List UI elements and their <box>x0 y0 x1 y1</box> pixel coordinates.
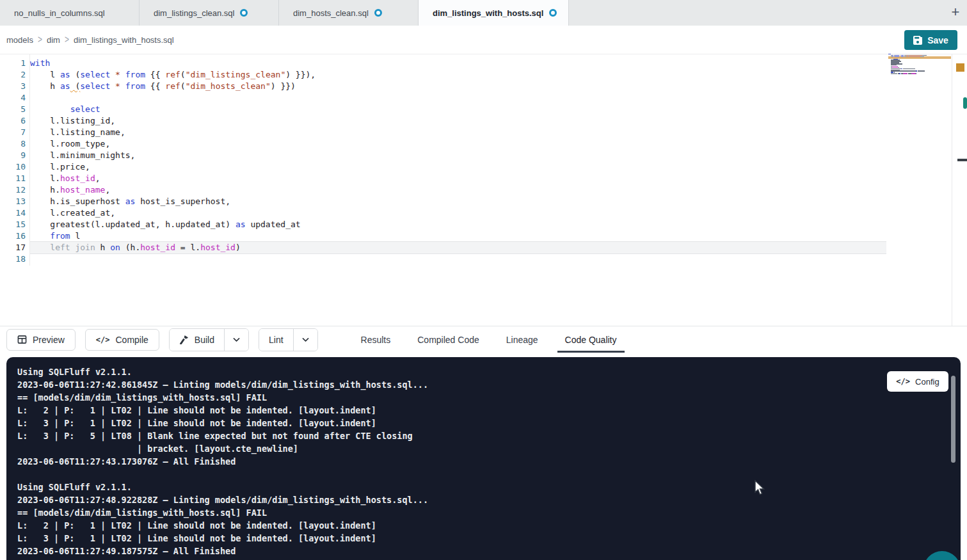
line-number: 17 <box>0 242 26 253</box>
breadcrumb: models>dim>dim_listings_with_hosts.sql <box>6 26 174 54</box>
code-line[interactable]: from l <box>30 230 886 242</box>
code-line[interactable]: l as (select * from {{ ref("dim_listings… <box>30 69 886 81</box>
build-label: Build <box>195 335 214 345</box>
config-label: Config <box>915 377 939 387</box>
tab-lineage[interactable]: Lineage <box>499 326 546 353</box>
build-dropdown-button[interactable] <box>224 329 248 351</box>
line-number: 5 <box>0 104 26 115</box>
code-line[interactable]: l.host_id, <box>30 173 886 184</box>
line-number: 13 <box>0 196 26 207</box>
terminal-line: Using SQLFluff v2.1.1. <box>17 365 935 378</box>
code-line-current[interactable]: left join h on (h.host_id = l.host_id) <box>30 242 886 253</box>
table-icon <box>17 335 27 344</box>
line-number: 8 <box>0 138 26 150</box>
terminal-line <box>17 468 935 481</box>
line-number: 7 <box>0 127 26 138</box>
file-tab-no-nulls-in-columns-sql[interactable]: no_nulls_in_columns.sql <box>0 0 140 26</box>
breadcrumb-bar: models>dim>dim_listings_with_hosts.sql <box>0 26 967 54</box>
line-number: 2 <box>0 69 26 81</box>
line-number: 10 <box>0 161 26 173</box>
terminal-line: | bracket. [layout.cte_newline] <box>17 442 935 455</box>
tab-compiled-code[interactable]: Compiled Code <box>410 326 487 353</box>
preview-button[interactable]: Preview <box>6 329 76 351</box>
file-tab-label: no_nulls_in_columns.sql <box>14 8 105 18</box>
tab-bar: no_nulls_in_columns.sqldim_listings_clea… <box>0 0 967 26</box>
breadcrumb-item-models[interactable]: models <box>6 35 33 45</box>
terminal-scrollbar-thumb[interactable] <box>951 376 955 463</box>
save-button[interactable]: Save <box>904 30 957 50</box>
code-icon: </> <box>96 335 110 344</box>
line-number: 11 <box>0 173 26 184</box>
line-number-gutter: 123456789101112131415161718 <box>0 58 26 265</box>
breadcrumb-separator-icon: > <box>65 34 69 45</box>
line-number: 15 <box>0 219 26 230</box>
file-tab-label: dim_hosts_clean.sql <box>293 8 369 18</box>
breadcrumb-separator-icon: > <box>38 34 42 45</box>
line-number: 18 <box>0 253 26 265</box>
terminal-line: Using SQLFluff v2.1.1. <box>17 481 935 493</box>
unsaved-changes-icon <box>240 9 248 17</box>
code-content[interactable]: with l as (select * from {{ ref("dim_lis… <box>30 58 886 265</box>
breadcrumb-item-dim-listings-with-hosts-sql[interactable]: dim_listings_with_hosts.sql <box>74 35 174 45</box>
code-line[interactable]: l.price, <box>30 161 886 173</box>
terminal-line: == [models/dim/dim_listings_with_hosts.s… <box>17 391 935 404</box>
terminal-line: == [models/dim/dim_listings_with_hosts.s… <box>17 506 935 519</box>
tab-results[interactable]: Results <box>353 326 399 353</box>
ruler-cursor-marker <box>957 159 967 161</box>
file-tab-dim-listings-with-hosts-sql[interactable]: dim_listings_with_hosts.sql <box>419 0 569 26</box>
terminal-line: L: 3 | P: 1 | LT02 | Line should not be … <box>17 532 935 545</box>
terminal-output: Using SQLFluff v2.1.1.2023-06-06T11:27:4… <box>17 365 935 557</box>
terminal-line: L: 3 | P: 5 | LT08 | Blank line expected… <box>17 429 935 442</box>
compile-button[interactable]: </> Compile <box>85 329 159 351</box>
code-line[interactable]: l.created_at, <box>30 207 886 219</box>
terminal-line: 2023-06-06T11:27:43.173076Z — All Finish… <box>17 455 935 468</box>
terminal-line: L: 2 | P: 1 | LT02 | Line should not be … <box>17 404 935 417</box>
overview-ruler-border <box>952 54 952 326</box>
code-line[interactable] <box>30 253 886 265</box>
code-line[interactable]: h as (select * from {{ ref("dim_hosts_cl… <box>30 81 886 92</box>
line-number: 6 <box>0 115 26 127</box>
terminal-line: 2023-06-06T11:27:42.861845Z — Linting mo… <box>17 378 935 391</box>
code-line[interactable]: h.is_superhost as host_is_superhost, <box>30 196 886 207</box>
code-line[interactable]: h.host_name, <box>30 184 886 196</box>
line-number: 4 <box>0 92 26 104</box>
minimap-line <box>888 74 951 76</box>
unsaved-changes-icon <box>549 9 557 17</box>
preview-label: Preview <box>33 335 65 345</box>
tab-code-quality[interactable]: Code Quality <box>557 326 625 353</box>
editor-scrollbar-thumb[interactable] <box>963 97 967 109</box>
breadcrumb-item-dim[interactable]: dim <box>47 35 60 45</box>
code-line[interactable]: l.listing_id, <box>30 115 886 127</box>
file-tab-dim-hosts-clean-sql[interactable]: dim_hosts_clean.sql <box>279 0 419 26</box>
file-tab-dim-listings-clean-sql[interactable]: dim_listings_clean.sql <box>140 0 279 26</box>
terminal-panel: Using SQLFluff v2.1.1.2023-06-06T11:27:4… <box>6 357 961 560</box>
file-tab-label: dim_listings_clean.sql <box>154 8 234 18</box>
chevron-down-icon <box>232 335 241 344</box>
code-line[interactable]: with <box>30 58 886 69</box>
code-line[interactable]: greatest(l.updated_at, h.updated_at) as … <box>30 219 886 230</box>
code-line[interactable]: select <box>30 104 886 115</box>
compile-label: Compile <box>115 335 148 345</box>
terminal-line: L: 3 | P: 1 | LT02 | Line should not be … <box>17 417 935 429</box>
lint-button[interactable]: Lint <box>259 329 293 351</box>
result-pane-tabs: ResultsCompiled CodeLineageCode Quality <box>348 326 630 353</box>
code-line[interactable] <box>30 92 886 104</box>
build-button[interactable]: Build <box>170 329 224 351</box>
line-number: 14 <box>0 207 26 219</box>
line-number: 12 <box>0 184 26 196</box>
code-line[interactable]: l.minimum_nights, <box>30 150 886 161</box>
ruler-warning-marker <box>956 63 964 72</box>
lint-dropdown-button[interactable] <box>293 329 317 351</box>
minimap[interactable] <box>888 54 951 76</box>
new-tab-button[interactable]: + <box>947 4 964 20</box>
code-editor[interactable]: 123456789101112131415161718 with l as (s… <box>0 54 967 326</box>
code-line[interactable]: l.room_type, <box>30 138 886 150</box>
line-number: 16 <box>0 230 26 242</box>
line-number: 3 <box>0 81 26 92</box>
code-line[interactable]: l.listing_name, <box>30 127 886 138</box>
chevron-down-icon <box>301 335 310 344</box>
line-number: 1 <box>0 58 26 69</box>
lint-label: Lint <box>269 335 284 345</box>
terminal-line: 2023-06-06T11:27:49.187575Z — All Finish… <box>17 545 935 557</box>
config-button[interactable]: </> Config <box>887 371 948 392</box>
